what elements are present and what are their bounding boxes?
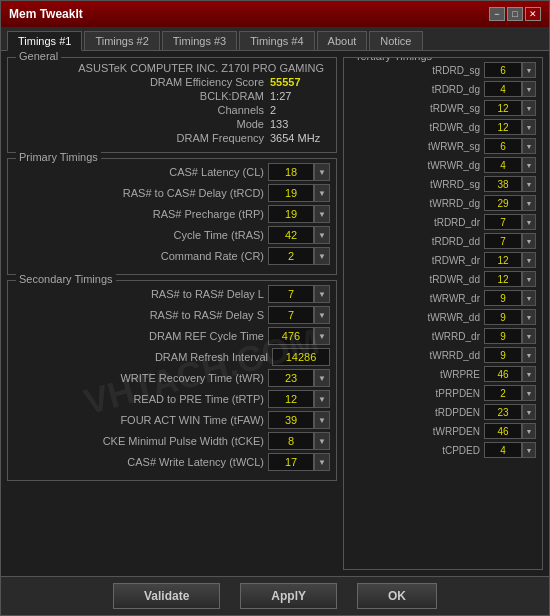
- secondary-input-6[interactable]: [268, 411, 314, 429]
- tertiary-dropdown-19[interactable]: ▼: [522, 423, 536, 439]
- tab-timings4[interactable]: Timings #4: [239, 31, 314, 50]
- primary-dropdown-2[interactable]: ▼: [314, 205, 330, 223]
- secondary-dropdown-6[interactable]: ▼: [314, 411, 330, 429]
- dram-efficiency-row: DRAM Efficiency Score 55557: [14, 76, 330, 88]
- tertiary-input-20[interactable]: [484, 442, 522, 458]
- primary-input-3[interactable]: [268, 226, 314, 244]
- tertiary-dropdown-10[interactable]: ▼: [522, 252, 536, 268]
- tertiary-row-label-19: tWRPDEN: [350, 426, 480, 437]
- secondary-input-5[interactable]: [268, 390, 314, 408]
- tertiary-input-12[interactable]: [484, 290, 522, 306]
- tertiary-input-2[interactable]: [484, 100, 522, 116]
- ok-button[interactable]: OK: [357, 583, 437, 609]
- tertiary-input-8[interactable]: [484, 214, 522, 230]
- primary-row-2: RAS# Precharge (tRP) ▼: [14, 205, 330, 223]
- secondary-dropdown-0[interactable]: ▼: [314, 285, 330, 303]
- tertiary-dropdown-13[interactable]: ▼: [522, 309, 536, 325]
- apply-button[interactable]: ApplY: [240, 583, 337, 609]
- tab-timings1[interactable]: Timings #1: [7, 31, 82, 51]
- primary-input-0[interactable]: [268, 163, 314, 181]
- secondary-row-label-6: FOUR ACT WIN Time (tFAW): [14, 414, 264, 426]
- dram-freq-label: DRAM Frequency: [177, 132, 264, 144]
- tertiary-dropdown-8[interactable]: ▼: [522, 214, 536, 230]
- tertiary-input-19[interactable]: [484, 423, 522, 439]
- tertiary-dropdown-5[interactable]: ▼: [522, 157, 536, 173]
- tertiary-dropdown-11[interactable]: ▼: [522, 271, 536, 287]
- tertiary-dropdown-16[interactable]: ▼: [522, 366, 536, 382]
- tertiary-dropdown-9[interactable]: ▼: [522, 233, 536, 249]
- secondary-row-label-4: WRITE Recovery Time (tWR): [14, 372, 264, 384]
- tertiary-input-5[interactable]: [484, 157, 522, 173]
- secondary-dropdown-2[interactable]: ▼: [314, 327, 330, 345]
- primary-dropdown-1[interactable]: ▼: [314, 184, 330, 202]
- bclk-row: BCLK:DRAM 1:27: [14, 90, 330, 102]
- tertiary-dropdown-3[interactable]: ▼: [522, 119, 536, 135]
- tertiary-input-4[interactable]: [484, 138, 522, 154]
- tertiary-input-6[interactable]: [484, 176, 522, 192]
- tertiary-dropdown-0[interactable]: ▼: [522, 62, 536, 78]
- primary-dropdown-4[interactable]: ▼: [314, 247, 330, 265]
- tertiary-input-3[interactable]: [484, 119, 522, 135]
- tab-notice[interactable]: Notice: [369, 31, 422, 50]
- secondary-dropdown-7[interactable]: ▼: [314, 432, 330, 450]
- close-button[interactable]: ✕: [525, 7, 541, 21]
- tertiary-row-label-18: tRDPDEN: [350, 407, 480, 418]
- left-panel: General ASUSTeK COMPUTER INC. Z170I PRO …: [7, 57, 337, 570]
- tertiary-input-0[interactable]: [484, 62, 522, 78]
- tab-timings3[interactable]: Timings #3: [162, 31, 237, 50]
- tertiary-dropdown-4[interactable]: ▼: [522, 138, 536, 154]
- tertiary-dropdown-20[interactable]: ▼: [522, 442, 536, 458]
- tertiary-dropdown-7[interactable]: ▼: [522, 195, 536, 211]
- secondary-row-label-0: RAS# to RAS# Delay L: [14, 288, 264, 300]
- secondary-row-label-8: CAS# Write Latency (tWCL): [14, 456, 264, 468]
- tertiary-dropdown-6[interactable]: ▼: [522, 176, 536, 192]
- secondary-dropdown-8[interactable]: ▼: [314, 453, 330, 471]
- minimize-button[interactable]: −: [489, 7, 505, 21]
- tertiary-dropdown-12[interactable]: ▼: [522, 290, 536, 306]
- secondary-row-7: CKE Minimul Pulse Width (tCKE) ▼: [14, 432, 330, 450]
- tertiary-row-4: tWRWR_sg ▼: [350, 138, 536, 154]
- tertiary-row-8: tRDRD_dr ▼: [350, 214, 536, 230]
- secondary-input-4[interactable]: [268, 369, 314, 387]
- tertiary-input-1[interactable]: [484, 81, 522, 97]
- tertiary-dropdown-15[interactable]: ▼: [522, 347, 536, 363]
- tertiary-input-16[interactable]: [484, 366, 522, 382]
- secondary-input-3[interactable]: [272, 348, 330, 366]
- primary-input-1[interactable]: [268, 184, 314, 202]
- tertiary-dropdown-14[interactable]: ▼: [522, 328, 536, 344]
- primary-input-4[interactable]: [268, 247, 314, 265]
- secondary-input-1[interactable]: [268, 306, 314, 324]
- tertiary-input-18[interactable]: [484, 404, 522, 420]
- tertiary-dropdown-1[interactable]: ▼: [522, 81, 536, 97]
- secondary-input-2[interactable]: [268, 327, 314, 345]
- secondary-dropdown-5[interactable]: ▼: [314, 390, 330, 408]
- secondary-dropdown-1[interactable]: ▼: [314, 306, 330, 324]
- tertiary-input-17[interactable]: [484, 385, 522, 401]
- tertiary-row-label-9: tRDRD_dd: [350, 236, 480, 247]
- tertiary-input-9[interactable]: [484, 233, 522, 249]
- tertiary-input-13[interactable]: [484, 309, 522, 325]
- secondary-dropdown-4[interactable]: ▼: [314, 369, 330, 387]
- secondary-input-8[interactable]: [268, 453, 314, 471]
- primary-input-2[interactable]: [268, 205, 314, 223]
- tertiary-input-11[interactable]: [484, 271, 522, 287]
- tertiary-dropdown-2[interactable]: ▼: [522, 100, 536, 116]
- primary-dropdown-3[interactable]: ▼: [314, 226, 330, 244]
- tab-timings2[interactable]: Timings #2: [84, 31, 159, 50]
- tertiary-input-15[interactable]: [484, 347, 522, 363]
- secondary-input-7[interactable]: [268, 432, 314, 450]
- maximize-button[interactable]: □: [507, 7, 523, 21]
- tertiary-row-9: tRDRD_dd ▼: [350, 233, 536, 249]
- primary-row-0: CAS# Latency (CL) ▼: [14, 163, 330, 181]
- tertiary-dropdown-18[interactable]: ▼: [522, 404, 536, 420]
- tertiary-input-10[interactable]: [484, 252, 522, 268]
- primary-dropdown-0[interactable]: ▼: [314, 163, 330, 181]
- validate-button[interactable]: Validate: [113, 583, 220, 609]
- secondary-row-2: DRAM REF Cycle Time ▼: [14, 327, 330, 345]
- mode-value: 133: [270, 118, 330, 130]
- tertiary-dropdown-17[interactable]: ▼: [522, 385, 536, 401]
- tab-about[interactable]: About: [317, 31, 368, 50]
- tertiary-input-7[interactable]: [484, 195, 522, 211]
- tertiary-input-14[interactable]: [484, 328, 522, 344]
- secondary-input-0[interactable]: [268, 285, 314, 303]
